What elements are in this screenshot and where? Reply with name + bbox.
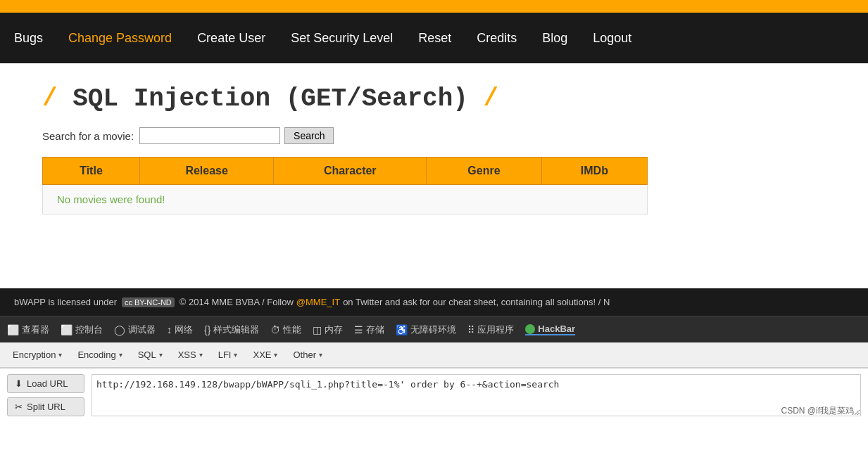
lfi-menu[interactable]: LFI ▾ <box>213 347 244 362</box>
style-editor-icon: {} <box>204 324 210 335</box>
devtools-performance[interactable]: ⏱ 性能 <box>270 323 301 336</box>
xss-arrow-icon: ▾ <box>199 351 203 359</box>
storage-icon: ☰ <box>354 324 363 335</box>
network-icon: ↕ <box>167 324 172 335</box>
application-icon: ⠿ <box>467 324 474 335</box>
nav-credits[interactable]: Credits <box>477 31 517 46</box>
sql-menu[interactable]: SQL ▾ <box>132 347 168 362</box>
hackbar-toolbar: Encryption ▾ Encoding ▾ SQL ▾ XSS ▾ LFI … <box>0 342 868 368</box>
debugger-label: 调试器 <box>128 323 156 336</box>
nav-change-password[interactable]: Change Password <box>68 31 172 46</box>
footer-text1: bWAPP is licensed under <box>14 297 117 307</box>
col-character: Character <box>274 158 427 185</box>
nav-logout[interactable]: Logout <box>593 31 631 46</box>
xss-label: XSS <box>178 350 196 360</box>
top-orange-bar <box>0 0 868 13</box>
other-label: Other <box>293 350 316 360</box>
console-label: 控制台 <box>75 323 103 336</box>
inspector-icon: ⬜ <box>7 324 19 335</box>
load-url-button[interactable]: ⬇ Load URL <box>7 374 84 393</box>
footer-text2: © 2014 MME BVBA / Follow <box>180 297 294 307</box>
encryption-arrow-icon: ▾ <box>58 351 62 359</box>
devtools-style-editor[interactable]: {} 样式编辑器 <box>204 323 259 336</box>
application-label: 应用程序 <box>477 323 514 336</box>
table-header-row: Title Release Character Genre IMDb <box>43 158 648 185</box>
storage-label: 存储 <box>366 323 384 336</box>
other-menu[interactable]: Other ▾ <box>287 347 328 362</box>
load-url-label: Load URL <box>27 378 68 389</box>
devtools-bar: ⬜ 查看器 ⬜ 控制台 ◯ 调试器 ↕ 网络 {} 样式编辑器 ⏱ 性能 ◫ 内… <box>0 316 868 342</box>
col-release: Release <box>140 158 274 185</box>
lfi-label: LFI <box>218 350 232 360</box>
accessibility-icon: ♿ <box>396 324 408 335</box>
title-slash-right: / <box>468 84 498 113</box>
network-label: 网络 <box>175 323 193 336</box>
title-slash-left: / <box>42 84 73 113</box>
nav-bugs[interactable]: Bugs <box>14 31 43 46</box>
nav-blog[interactable]: Blog <box>542 31 567 46</box>
no-results-row: No movies were found! <box>43 185 648 214</box>
accessibility-label: 无障碍环境 <box>410 323 456 336</box>
col-title: Title <box>43 158 140 185</box>
devtools-network[interactable]: ↕ 网络 <box>167 323 193 336</box>
encoding-label: Encoding <box>77 350 115 360</box>
xxe-label: XXE <box>253 350 271 360</box>
performance-label: 性能 <box>283 323 301 336</box>
hackbar-dot-icon <box>525 324 535 334</box>
other-arrow-icon: ▾ <box>319 351 322 359</box>
encryption-menu[interactable]: Encryption ▾ <box>7 347 68 362</box>
console-icon: ⬜ <box>61 324 73 335</box>
hackbar-bottom: ⬇ Load URL ✂ Split URL CSDN @if我是菜鸡 <box>0 368 868 424</box>
debugger-icon: ◯ <box>114 324 125 335</box>
encryption-label: Encryption <box>13 350 56 360</box>
url-input[interactable] <box>92 374 861 416</box>
results-table: Title Release Character Genre IMDb No mo… <box>42 157 648 214</box>
main-content: / SQL Injection (GET/Search) / Search fo… <box>0 63 868 288</box>
sql-arrow-icon: ▾ <box>159 351 163 359</box>
memory-icon: ◫ <box>313 324 322 335</box>
load-url-icon: ⬇ <box>15 378 23 389</box>
devtools-accessibility[interactable]: ♿ 无障碍环境 <box>396 323 456 336</box>
col-imdb: IMDb <box>541 158 647 185</box>
search-label: Search for a movie: <box>42 130 134 142</box>
devtools-debugger[interactable]: ◯ 调试器 <box>114 323 156 336</box>
sql-label: SQL <box>138 350 156 360</box>
csdn-watermark: CSDN @if我是菜鸡 <box>781 405 854 417</box>
devtools-storage[interactable]: ☰ 存储 <box>354 323 384 336</box>
style-editor-label: 样式编辑器 <box>213 323 259 336</box>
xss-menu[interactable]: XSS ▾ <box>172 347 208 362</box>
lfi-arrow-icon: ▾ <box>234 351 237 359</box>
search-input[interactable] <box>139 127 280 144</box>
xxe-menu[interactable]: XXE ▾ <box>247 347 283 362</box>
nav-reset[interactable]: Reset <box>418 31 451 46</box>
page-title: / SQL Injection (GET/Search) / <box>42 84 826 113</box>
search-button[interactable]: Search <box>284 127 334 144</box>
split-url-button[interactable]: ✂ Split URL <box>7 397 84 416</box>
encoding-arrow-icon: ▾ <box>119 351 122 359</box>
col-genre: Genre <box>427 158 542 185</box>
no-results-message: No movies were found! <box>43 185 648 214</box>
main-nav: Bugs Change Password Create User Set Sec… <box>0 13 868 63</box>
twitter-link[interactable]: @MME_IT <box>296 297 340 307</box>
devtools-inspector[interactable]: ⬜ 查看器 <box>7 323 49 336</box>
encoding-menu[interactable]: Encoding ▾ <box>72 347 127 362</box>
search-form: Search for a movie: Search <box>42 127 826 144</box>
cc-badge: cc BY-NC-ND <box>122 297 175 307</box>
memory-label: 内存 <box>325 323 343 336</box>
devtools-hackbar[interactable]: HackBar <box>525 323 575 335</box>
split-url-icon: ✂ <box>15 402 23 412</box>
split-url-label: Split URL <box>27 402 65 412</box>
devtools-console[interactable]: ⬜ 控制台 <box>61 323 103 336</box>
hackbar-action-buttons: ⬇ Load URL ✂ Split URL <box>7 374 84 416</box>
hackbar-label: HackBar <box>538 323 575 334</box>
performance-icon: ⏱ <box>270 324 280 335</box>
nav-set-security[interactable]: Set Security Level <box>291 31 393 46</box>
nav-create-user[interactable]: Create User <box>197 31 265 46</box>
footer: bWAPP is licensed under cc BY-NC-ND © 20… <box>0 288 868 316</box>
xxe-arrow-icon: ▾ <box>274 351 277 359</box>
footer-text3: on Twitter and ask for our cheat sheet, … <box>343 297 610 307</box>
devtools-memory[interactable]: ◫ 内存 <box>313 323 343 336</box>
devtools-application[interactable]: ⠿ 应用程序 <box>467 323 514 336</box>
inspector-label: 查看器 <box>22 323 49 336</box>
